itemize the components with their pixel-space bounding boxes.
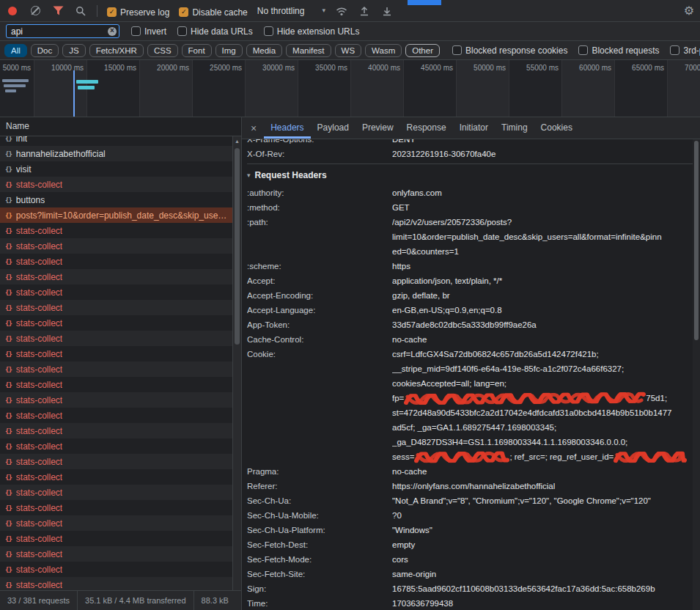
request-row-stats-collect[interactable]: {}stats-collect <box>0 515 232 531</box>
filter-toolbar: × InvertHide data URLsHide extension URL… <box>0 22 700 41</box>
requests-scrollbar[interactable]: ▲ <box>232 136 241 590</box>
request-row-stats-collect[interactable]: {}stats-collect <box>0 331 232 346</box>
request-row-stats-collect[interactable]: {}stats-collect <box>0 223 232 238</box>
request-row-stats-collect[interactable]: {}stats-collect <box>0 546 232 562</box>
filter-toggle-button[interactable] <box>51 4 65 18</box>
request-row-visit[interactable]: {}visit <box>0 161 232 177</box>
request-row-stats-collect[interactable]: {}stats-collect <box>0 284 232 300</box>
request-headers-section[interactable]: ▾ Request Headers <box>247 163 693 185</box>
request-row-stats-collect[interactable]: {}stats-collect <box>0 500 232 515</box>
blocked-requests[interactable]: Blocked requests <box>578 45 659 56</box>
header-value: "Not_A Brand";v="8", "Chromium";v="120",… <box>392 493 693 508</box>
filter-chip-img[interactable]: Img <box>215 44 243 57</box>
filter-chip-css[interactable]: CSS <box>147 44 178 57</box>
request-row-stats-collect[interactable]: {}stats-collect <box>0 562 232 577</box>
blocked-response-cookies-checkbox[interactable] <box>452 45 462 55</box>
filter-chip-wasm[interactable]: Wasm <box>365 44 402 57</box>
details-tab-timing[interactable]: Timing <box>495 117 534 139</box>
request-row-hannahelizabethofficial[interactable]: {}hannahelizabethofficial <box>0 146 232 161</box>
timeline-label: 40000 ms <box>350 64 400 72</box>
details-scrollbar[interactable] <box>693 139 700 610</box>
header-value-line: fp=75d1; <box>392 391 693 405</box>
network-conditions-button[interactable] <box>335 4 348 18</box>
hide-extension-urls-checkbox[interactable] <box>264 26 273 36</box>
blocked-requests-checkbox[interactable] <box>578 45 588 55</box>
invert-checkbox[interactable] <box>131 26 141 36</box>
preserve-log-checkbox[interactable]: ✓ <box>107 7 117 17</box>
request-row-buttons[interactable]: {}buttons <box>0 192 232 207</box>
filter-chip-other[interactable]: Other <box>405 44 440 57</box>
details-tab-cookies[interactable]: Cookies <box>534 117 579 139</box>
filter-chip-media[interactable]: Media <box>246 44 282 57</box>
request-row-stats-collect[interactable]: {}stats-collect <box>0 361 232 377</box>
details-tab-payload[interactable]: Payload <box>311 117 355 139</box>
header-row: Sec-Ch-Ua-Platform:"Windows" <box>247 523 693 537</box>
fetch-xhr-icon: {} <box>5 196 12 204</box>
request-row-stats-collect[interactable]: {}stats-collect <box>0 254 232 269</box>
header-row: Sign:16785:5aad9602cf110608b03133de56364… <box>247 581 693 596</box>
filter-chip-doc[interactable]: Doc <box>31 44 59 57</box>
name-column-header[interactable]: Name <box>0 117 241 136</box>
filter-chip-js[interactable]: JS <box>62 44 85 57</box>
hide-data-urls[interactable]: Hide data URLs <box>177 26 253 37</box>
timeline-overview[interactable]: 5000 ms10000 ms15000 ms20000 ms25000 ms3… <box>0 60 700 117</box>
request-row-stats-collect[interactable]: {}stats-collect <box>0 300 232 315</box>
request-row-init[interactable]: {}init <box>0 136 232 146</box>
close-details-button[interactable]: × <box>243 122 264 134</box>
throttling-dropdown[interactable]: No throttling ▾ <box>257 6 325 16</box>
request-row-stats-collect[interactable]: {}stats-collect <box>0 238 232 254</box>
3rd-party-requests[interactable]: 3rd-party requests <box>670 45 700 56</box>
3rd-party-requests-checkbox[interactable] <box>670 45 679 55</box>
details-tab-preview[interactable]: Preview <box>355 117 400 139</box>
header-value-line: 33d57ade8c02dbc5a333db99ff9ae26a <box>392 317 693 332</box>
request-row-stats-collect[interactable]: {}stats-collect <box>0 346 232 361</box>
filter-chip-manifest[interactable]: Manifest <box>286 44 331 57</box>
request-row-stats-collect[interactable]: {}stats-collect <box>0 315 232 331</box>
header-value-line: https <box>392 259 693 273</box>
headers-content: X-Frame-Options:DENYX-Of-Rev:20231226191… <box>242 139 693 610</box>
blocked-response-cookies[interactable]: Blocked response cookies <box>452 45 567 56</box>
fetch-xhr-icon: {} <box>5 150 12 158</box>
clear-button[interactable] <box>29 4 42 18</box>
request-row-stats-collect[interactable]: {}stats-collect <box>0 485 232 500</box>
request-name: stats-collect <box>16 272 62 282</box>
request-row-posts-limit-10-order-publish-d[interactable]: {}posts?limit=10&order=publish_date_desc… <box>0 207 232 223</box>
details-scrollbar-thumb[interactable] <box>694 141 699 340</box>
details-tab-response[interactable]: Response <box>400 117 453 139</box>
request-row-stats-collect[interactable]: {}stats-collect <box>0 408 232 423</box>
request-row-stats-collect[interactable]: {}stats-collect <box>0 454 232 469</box>
request-row-stats-collect[interactable]: {}stats-collect <box>0 377 232 392</box>
details-tab-headers[interactable]: Headers <box>264 117 310 139</box>
request-row-stats-collect[interactable]: {}stats-collect <box>0 423 232 438</box>
request-row-stats-collect[interactable]: {}stats-collect <box>0 392 232 408</box>
clear-filter-button[interactable]: × <box>108 27 117 36</box>
scroll-up-icon[interactable]: ▲ <box>233 139 241 144</box>
search-button[interactable] <box>74 4 87 18</box>
invert[interactable]: Invert <box>131 26 166 37</box>
request-name: stats-collect <box>16 411 62 421</box>
request-row-stats-collect[interactable]: {}stats-collect <box>0 531 232 546</box>
filter-chip-font[interactable]: Font <box>182 44 212 57</box>
hide-extension-urls[interactable]: Hide extension URLs <box>264 26 360 37</box>
requests-scrollbar-thumb[interactable] <box>235 148 240 345</box>
filter-chip-all[interactable]: All <box>4 44 27 57</box>
filter-input[interactable] <box>6 24 119 38</box>
header-value-line: csrf=LdfcGX4Sa72db06824c657db26a5d142472… <box>392 347 693 361</box>
import-har-button[interactable] <box>358 4 371 18</box>
request-row-stats-collect[interactable]: {}stats-collect <box>0 177 232 192</box>
hide-data-urls-checkbox[interactable] <box>177 26 187 36</box>
request-row-stats-collect[interactable]: {}stats-collect <box>0 438 232 454</box>
request-row-stats-collect[interactable]: {}stats-collect <box>0 469 232 485</box>
record-button[interactable] <box>6 4 19 18</box>
filter-chip-fetch-xhr[interactable]: Fetch/XHR <box>89 44 144 57</box>
disable-cache-checkbox[interactable]: ✓ <box>179 7 188 17</box>
export-har-button[interactable] <box>380 4 394 18</box>
request-row-stats-collect[interactable]: {}stats-collect <box>0 269 232 284</box>
request-name: stats-collect <box>16 441 62 452</box>
details-tab-initiator[interactable]: Initiator <box>453 117 495 139</box>
preserve-log[interactable]: ✓Preserve log <box>107 7 169 18</box>
filter-chip-ws[interactable]: WS <box>335 44 362 57</box>
disable-cache[interactable]: ✓Disable cache <box>179 7 247 18</box>
settings-button[interactable]: ⚙ <box>684 5 694 17</box>
request-row-stats-collect[interactable]: {}stats-collect <box>0 577 232 590</box>
